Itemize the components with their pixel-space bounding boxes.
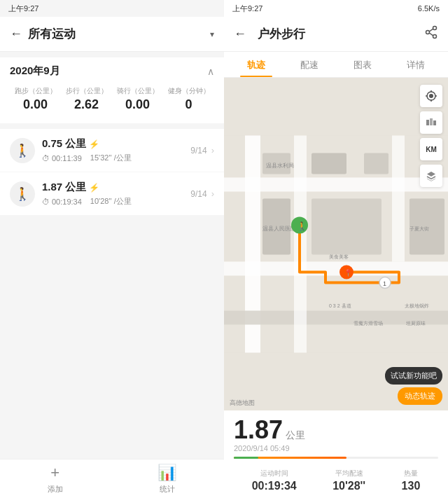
activity-info-1: 0.75 公里 ⚡ ⏱ 00:11:39 15'32'' /公里 xyxy=(42,137,190,163)
stat-running-label: 跑步（公里） xyxy=(15,86,57,96)
right-panel: 上午9:27 6.5K/s ← 户外步行 轨迹 配速 图表 详情 xyxy=(224,0,448,498)
stats-icon: 📊 xyxy=(158,464,176,482)
right-page-title: 户外步行 xyxy=(258,26,305,42)
tab-add[interactable]: + 添加 xyxy=(48,464,63,494)
back-button-right[interactable]: ← xyxy=(234,27,246,41)
status-bar-left: 上午9:27 xyxy=(0,0,224,17)
tab-track[interactable]: 轨迹 xyxy=(230,52,283,77)
add-icon: + xyxy=(50,464,59,482)
right-bottom-info: 1.87 公里 2020/9/14 05:49 运动时间 00:19:34 平均… xyxy=(224,410,448,498)
layers-btn[interactable] xyxy=(420,165,442,187)
metric-duration-label: 运动时间 xyxy=(260,469,288,478)
left-panel: 上午9:27 ← 所有运动 ▾ 2020年9月 ∧ 跑步（公里） 0.00 步行… xyxy=(0,0,224,498)
stat-cycling-label: 骑行（公里） xyxy=(117,86,159,96)
activity-distance-2: 1.87 公里 xyxy=(42,181,86,194)
back-button-left[interactable]: ← xyxy=(10,27,22,41)
activity-pace-1: 15'32'' /公里 xyxy=(90,153,132,163)
activity-date-2: 9/14 xyxy=(190,189,206,199)
stat-running-value: 0.00 xyxy=(23,97,48,112)
tab-pace[interactable]: 配速 xyxy=(283,52,336,77)
activity-icon-1: 🚶 xyxy=(10,138,35,163)
svg-text:0 3 2 县道: 0 3 2 县道 xyxy=(329,303,351,308)
activity-time-2: ⏱ 00:19:34 xyxy=(42,196,82,207)
map-container[interactable]: 温县水利局 温县人民医院 子夏大街 0 3 2 县道 雪魔方滑雪场 太极地锅炸 … xyxy=(224,78,448,410)
tab-chart[interactable]: 图表 xyxy=(336,52,389,77)
stat-fitness-value: 0 xyxy=(185,97,192,112)
svg-text:子夏大街: 子夏大街 xyxy=(410,226,429,231)
unit-btn[interactable]: KM xyxy=(420,138,442,160)
main-distance-value: 1.87 xyxy=(234,417,283,443)
status-bar-right: 上午9:27 6.5K/s xyxy=(224,0,448,17)
time-left: 上午9:27 xyxy=(8,4,38,14)
metric-duration: 运动时间 00:19:34 xyxy=(252,469,297,492)
right-tabs: 轨迹 配速 图表 详情 xyxy=(224,52,448,78)
svg-line-4 xyxy=(429,33,433,36)
left-page-title: 所有运动 xyxy=(28,26,210,42)
month-section: 2020年9月 ∧ 跑步（公里） 0.00 步行（公里） 2.62 骑行（公里）… xyxy=(0,57,224,123)
chevron-right-2: › xyxy=(211,188,214,199)
svg-rect-8 xyxy=(224,262,448,276)
svg-line-3 xyxy=(429,29,433,32)
map-type-btn[interactable] xyxy=(420,111,442,134)
svg-rect-7 xyxy=(224,178,448,192)
svg-text:太极地锅炸: 太极地锅炸 xyxy=(405,303,429,308)
monthly-stats-row: 跑步（公里） 0.00 步行（公里） 2.62 骑行（公里） 0.00 健身（分… xyxy=(10,83,214,119)
stat-walking: 步行（公里） 2.62 xyxy=(66,86,108,112)
tooltip-dynamic[interactable]: 动态轨迹 xyxy=(398,387,442,405)
map-svg: 温县水利局 温县人民医院 子夏大街 0 3 2 县道 雪魔方滑雪场 太极地锅炸 … xyxy=(224,78,448,410)
main-date: 2020/9/14 05:49 xyxy=(234,444,438,452)
svg-text:温县人民医院: 温县人民医院 xyxy=(262,226,296,232)
tab-stats-label: 统计 xyxy=(160,484,175,494)
metric-pace-value: 10'28'' xyxy=(332,480,365,492)
stat-fitness: 健身（分钟） 0 xyxy=(168,86,210,112)
svg-rect-40 xyxy=(433,120,436,125)
svg-point-2 xyxy=(433,35,437,39)
svg-text:雪魔方滑雪场: 雪魔方滑雪场 xyxy=(354,321,383,326)
stat-cycling-value: 0.00 xyxy=(125,97,150,112)
stat-walking-label: 步行（公里） xyxy=(66,86,108,96)
activity-item-2[interactable]: 🚶 1.87 公里 ⚡ ⏱ 00:19:34 10'28'' /公里 9/14 xyxy=(0,172,224,215)
svg-text:美食美客: 美食美客 xyxy=(329,254,349,259)
svg-text:1: 1 xyxy=(383,280,386,287)
progress-fill-green xyxy=(234,457,258,459)
svg-rect-13 xyxy=(312,153,346,174)
main-distance-unit: 公里 xyxy=(286,429,305,442)
activity-icon-2: 🚶 xyxy=(10,181,35,207)
activity-item-1[interactable]: 🚶 0.75 公里 ⚡ ⏱ 00:11:39 15'32'' /公里 9/14 xyxy=(0,129,224,172)
stat-running: 跑步（公里） 0.00 xyxy=(15,86,57,112)
activity-date-1: 9/14 xyxy=(190,146,206,155)
tooltip-box: 试试新功能吧 动态轨迹 xyxy=(385,367,442,405)
svg-text:温县水利局: 温县水利局 xyxy=(266,162,294,169)
svg-text:📍: 📍 xyxy=(344,268,353,277)
metric-calories: 热量 130 xyxy=(402,469,421,492)
activity-time-1: ⏱ 00:11:39 xyxy=(42,153,82,163)
tab-detail[interactable]: 详情 xyxy=(389,52,442,77)
metric-pace: 平均配速 10'28'' xyxy=(332,469,365,492)
svg-text:坦厨原味: 坦厨原味 xyxy=(405,321,426,326)
activity-list: 🚶 0.75 公里 ⚡ ⏱ 00:11:39 15'32'' /公里 9/14 xyxy=(0,123,224,459)
metric-calories-label: 热量 xyxy=(404,469,418,478)
activity-pace-2: 10'28'' /公里 xyxy=(90,196,132,207)
map-controls: KM xyxy=(420,85,442,187)
time-right: 上午9:27 xyxy=(232,4,262,14)
tab-stats[interactable]: 📊 统计 xyxy=(158,464,176,494)
stat-cycling: 骑行（公里） 0.00 xyxy=(117,86,159,112)
location-btn[interactable] xyxy=(420,85,442,107)
svg-rect-14 xyxy=(364,153,388,174)
network-right: 6.5K/s xyxy=(418,4,440,13)
svg-rect-39 xyxy=(430,118,433,125)
share-icon[interactable] xyxy=(424,25,438,43)
month-label: 2020年9月 xyxy=(10,64,60,78)
svg-point-32 xyxy=(429,94,433,98)
progress-bar xyxy=(234,457,438,459)
svg-rect-38 xyxy=(426,120,429,125)
metric-pace-label: 平均配速 xyxy=(335,469,363,478)
stat-fitness-label: 健身（分钟） xyxy=(168,86,210,96)
activity-distance-1: 0.75 公里 xyxy=(42,137,86,151)
tooltip-try: 试试新功能吧 xyxy=(385,367,442,385)
svg-rect-11 xyxy=(392,136,405,262)
metric-calories-value: 130 xyxy=(402,480,421,492)
dropdown-icon[interactable]: ▾ xyxy=(210,29,214,39)
collapse-icon[interactable]: ∧ xyxy=(207,66,214,77)
svg-text:🚶: 🚶 xyxy=(297,221,307,231)
